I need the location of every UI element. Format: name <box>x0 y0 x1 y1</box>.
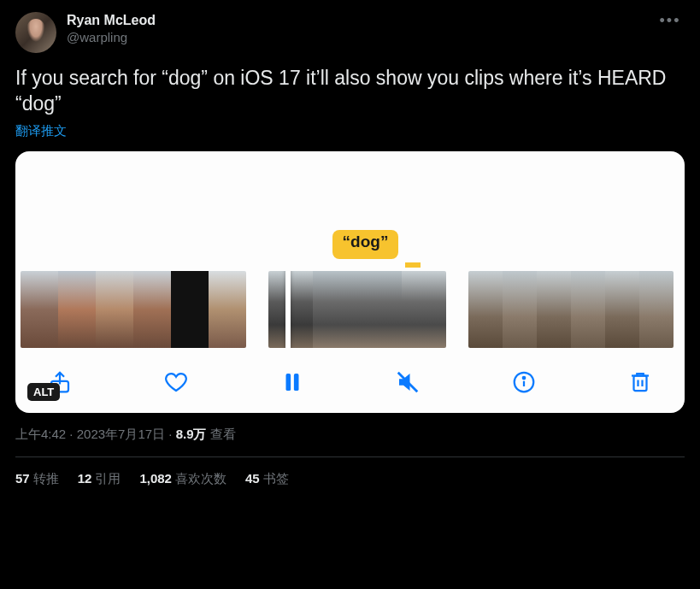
svg-rect-1 <box>285 374 291 391</box>
thumbnail <box>571 271 605 348</box>
retweets-stat[interactable]: 57转推 <box>15 471 59 487</box>
thumbnail <box>537 271 571 348</box>
info-icon[interactable] <box>509 367 539 398</box>
media-whitespace <box>15 151 685 230</box>
mute-icon[interactable] <box>392 367 423 398</box>
caption-row: “dog” <box>15 230 685 259</box>
svg-point-6 <box>523 377 526 380</box>
thumbnail <box>268 271 313 348</box>
bookmarks-stat[interactable]: 45书签 <box>245 471 289 487</box>
thumbnail <box>313 271 357 348</box>
thumbnail <box>133 271 171 348</box>
thumbnail <box>605 271 639 348</box>
likes-stat[interactable]: 1,082喜欢次数 <box>139 471 226 487</box>
user-handle: @warpling <box>67 29 656 46</box>
thumbnail <box>96 271 133 348</box>
tweet-header: Ryan McLeod @warpling ••• <box>15 12 685 53</box>
clip-group-1[interactable] <box>21 271 246 348</box>
display-name: Ryan McLeod <box>67 12 656 29</box>
media-toolbar <box>15 348 685 403</box>
svg-rect-7 <box>633 376 646 392</box>
thumbnail <box>171 271 209 348</box>
video-timeline[interactable] <box>15 259 685 348</box>
thumbnail <box>503 271 537 348</box>
thumbnail <box>21 271 58 348</box>
tweet-time: 上午4:42 <box>15 427 66 441</box>
caption-badge: “dog” <box>332 230 399 259</box>
thumbnail <box>468 271 503 348</box>
alt-badge[interactable]: ALT <box>27 383 60 401</box>
thumbnail <box>402 271 446 348</box>
clip-group-2[interactable] <box>268 271 446 348</box>
trash-icon[interactable] <box>625 367 656 398</box>
clip-group-3[interactable] <box>468 271 674 348</box>
translate-link[interactable]: 翻译推文 <box>15 123 685 139</box>
tweet-date: 2023年7月17日 <box>77 427 165 441</box>
thumbnail <box>357 271 402 348</box>
avatar[interactable] <box>15 12 56 53</box>
tweet-stats: 57转推 12引用 1,082喜欢次数 45书签 <box>15 457 685 487</box>
author-names[interactable]: Ryan McLeod @warpling <box>67 12 656 46</box>
pause-icon[interactable] <box>277 367 308 398</box>
media-card[interactable]: “dog” <box>15 151 685 413</box>
thumbnail <box>209 271 246 348</box>
svg-rect-2 <box>293 374 298 391</box>
caption-marker <box>405 262 421 268</box>
heart-icon[interactable] <box>161 367 191 398</box>
thumbnail <box>58 271 96 348</box>
views-label: 查看 <box>207 427 236 441</box>
more-icon[interactable]: ••• <box>656 12 685 29</box>
playhead[interactable] <box>285 271 291 348</box>
quotes-stat[interactable]: 12引用 <box>78 471 121 487</box>
views-count: 8.9万 <box>176 427 207 441</box>
thumbnail <box>639 271 674 348</box>
tweet-text: If you search for “dog” on iOS 17 it’ll … <box>15 65 685 116</box>
tweet-container: Ryan McLeod @warpling ••• If you search … <box>0 0 700 487</box>
tweet-meta[interactable]: 上午4:42 · 2023年7月17日 · 8.9万 查看 <box>15 427 685 443</box>
